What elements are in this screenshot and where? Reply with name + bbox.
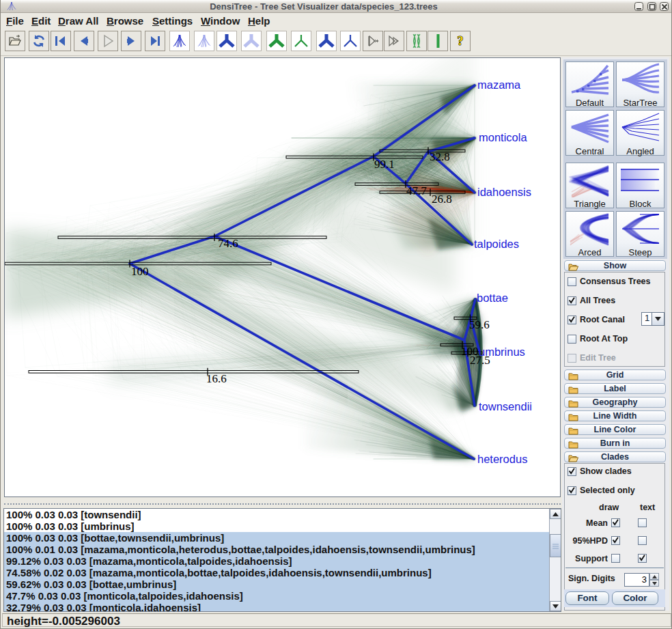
svg-text:99.1: 99.1 bbox=[374, 158, 395, 171]
svg-text:32.8: 32.8 bbox=[430, 150, 450, 163]
svg-text:heterodus: heterodus bbox=[477, 453, 527, 465]
svg-text:townsendii: townsendii bbox=[479, 400, 532, 413]
svg-text:100: 100 bbox=[131, 265, 149, 278]
svg-text:74.6: 74.6 bbox=[218, 237, 238, 250]
svg-text:16.6: 16.6 bbox=[206, 372, 227, 385]
svg-text:monticola: monticola bbox=[479, 131, 527, 143]
svg-text:mazama: mazama bbox=[477, 79, 521, 91]
svg-text:umbrinus: umbrinus bbox=[479, 346, 525, 358]
svg-text:59.6: 59.6 bbox=[469, 318, 490, 331]
svg-text:?: ? bbox=[458, 34, 464, 48]
svg-text:26.8: 26.8 bbox=[432, 193, 452, 206]
svg-text:bottae: bottae bbox=[477, 292, 508, 304]
svg-text:idahoensis: idahoensis bbox=[477, 186, 531, 198]
svg-text:talpoides: talpoides bbox=[474, 238, 519, 250]
